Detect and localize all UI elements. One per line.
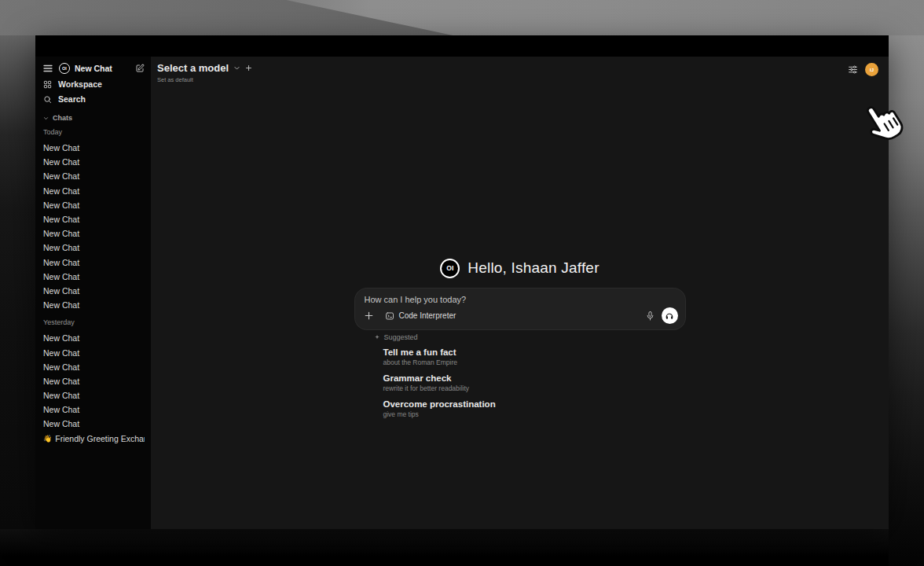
microphone-icon[interactable] (646, 311, 654, 322)
suggested-prompt-title: Grammar check (383, 373, 685, 384)
chat-title: New Chat (43, 229, 79, 238)
suggested-list: Tell me a fun fact about the Roman Empir… (374, 347, 685, 419)
chat-list-item[interactable]: New Chat (43, 374, 145, 388)
chat-list-item[interactable]: New Chat (43, 417, 145, 431)
chat-title: New Chat (43, 157, 79, 167)
suggested-prompt-title: Tell me a fun fact (383, 347, 685, 358)
greeting-title: Hello, Ishaan Jaffer (468, 259, 599, 277)
suggested-section: Suggested Tell me a fun fact about the R… (355, 333, 685, 419)
chevron-down-icon (233, 64, 240, 72)
main-content: Select a model Set as default IJ (151, 57, 889, 529)
chat-title: New Chat (43, 171, 79, 181)
chat-title: New Chat (43, 377, 79, 386)
chat-group-label: Yesterday (43, 318, 145, 326)
voice-call-button[interactable] (662, 307, 678, 324)
chat-list-item[interactable]: New Chat (43, 184, 145, 198)
search-icon (43, 95, 52, 104)
chat-title: New Chat (43, 143, 79, 153)
chat-list-item[interactable]: New Chat (43, 198, 145, 212)
chat-title: New Chat (43, 362, 79, 372)
chat-list-item[interactable]: New Chat (43, 360, 145, 374)
terminal-icon (385, 311, 394, 321)
chat-list-item[interactable]: New Chat (43, 284, 145, 298)
desktop-background-bottom (0, 529, 889, 566)
code-interpreter-label: Code Interpreter (399, 311, 456, 320)
sidebar-title: New Chat (75, 64, 135, 73)
message-composer[interactable]: Code Interpreter (355, 289, 685, 329)
chat-list-item[interactable]: New Chat (43, 402, 145, 417)
window-top-bar (35, 35, 889, 57)
chat-list-item[interactable]: New Chat (43, 141, 145, 155)
chat-title: New Chat (43, 215, 79, 224)
chat-title: New Chat (43, 405, 79, 414)
suggested-prompt-subtitle: give me tips (383, 410, 685, 419)
chat-list-item[interactable]: New Chat (43, 388, 145, 402)
chat-list-item[interactable]: New Chat (43, 212, 145, 226)
chat-list-today: New Chat New Chat New Chat (43, 141, 145, 312)
chats-section-toggle[interactable]: Chats (43, 114, 145, 122)
chevron-down-icon (43, 116, 49, 121)
welcome-hero: OI Hello, Ishaan Jaffer Code Inter (355, 258, 685, 425)
model-selector[interactable]: Select a model (157, 62, 252, 74)
chat-group-yesterday: Yesterday New Chat New Chat (43, 318, 145, 446)
chat-title: New Chat (43, 243, 79, 252)
chat-title: New Chat (43, 300, 79, 310)
set-as-default-button[interactable]: Set as default (157, 76, 252, 83)
sidebar: OI New Chat Workspace Search (35, 57, 151, 529)
sidebar-item-search[interactable]: Search (43, 94, 145, 105)
search-label: Search (58, 94, 86, 104)
chat-list-yesterday: New Chat New Chat New Chat (43, 331, 145, 446)
chat-group-label: Today (43, 128, 145, 136)
chat-list-item[interactable]: New Chat (43, 298, 145, 312)
chat-list-item[interactable]: New Chat (43, 226, 145, 241)
controls-sliders-icon[interactable] (848, 64, 858, 75)
suggested-prompt[interactable]: Grammar check rewrite it for better read… (383, 373, 685, 393)
user-avatar[interactable]: IJ (865, 63, 878, 76)
chat-title: New Chat (43, 272, 79, 281)
model-selector-label: Select a model (157, 62, 229, 74)
suggested-prompt[interactable]: Tell me a fun fact about the Roman Empir… (383, 347, 685, 367)
sidebar-item-workspace[interactable]: Workspace (43, 79, 145, 90)
workspace-grid-icon (43, 80, 52, 89)
chat-title: New Chat (43, 258, 79, 267)
chat-title: New Chat (43, 391, 79, 400)
topbar: Select a model Set as default IJ (151, 57, 889, 83)
chat-group-today: Today New Chat New Chat (43, 128, 145, 312)
chat-list-item[interactable]: New Chat (43, 331, 145, 345)
app-logo: OI (59, 63, 70, 74)
attach-plus-icon[interactable] (364, 311, 374, 321)
chat-list-item[interactable]: New Chat (43, 155, 145, 169)
chat-title: New Chat (43, 348, 79, 358)
chats-section-label: Chats (53, 114, 72, 122)
chat-list-item[interactable]: New Chat (43, 270, 145, 284)
chat-list-item[interactable]: New Chat (43, 241, 145, 255)
sidebar-toggle-icon[interactable] (43, 64, 53, 72)
desktop-background-right (889, 35, 924, 566)
suggested-prompt[interactable]: Overcome procrastination give me tips (383, 399, 685, 419)
add-model-icon[interactable] (245, 64, 252, 72)
headphones-icon (665, 311, 674, 321)
suggested-label: Suggested (384, 333, 418, 341)
chat-list-item[interactable]: New Chat (43, 345, 145, 359)
sparkle-icon (374, 334, 380, 340)
chat-title: Friendly Greeting Exchange (55, 434, 145, 443)
chat-title: New Chat (43, 333, 79, 343)
code-interpreter-toggle[interactable]: Code Interpreter (385, 311, 456, 321)
desktop-background-top (0, 0, 924, 35)
suggested-prompt-title: Overcome procrastination (383, 399, 685, 410)
message-input[interactable] (365, 295, 676, 304)
chat-title: New Chat (43, 200, 79, 210)
chat-list-item[interactable]: New Chat (43, 255, 145, 270)
chat-title: New Chat (43, 419, 79, 428)
desktop-background-left (0, 35, 35, 529)
chat-list-item[interactable]: New Chat (43, 169, 145, 183)
chat-title: New Chat (43, 286, 79, 296)
app-window: OI New Chat Workspace Search (35, 35, 889, 529)
waving-hand-emoji: 👋 (43, 435, 52, 443)
workspace-label: Workspace (58, 79, 102, 89)
suggested-prompt-subtitle: rewrite it for better readability (383, 384, 685, 393)
app-logo: OI (440, 259, 460, 278)
new-chat-icon[interactable] (135, 64, 145, 73)
chat-list-item[interactable]: 👋 Friendly Greeting Exchange (43, 432, 145, 446)
chat-title: New Chat (43, 186, 79, 196)
